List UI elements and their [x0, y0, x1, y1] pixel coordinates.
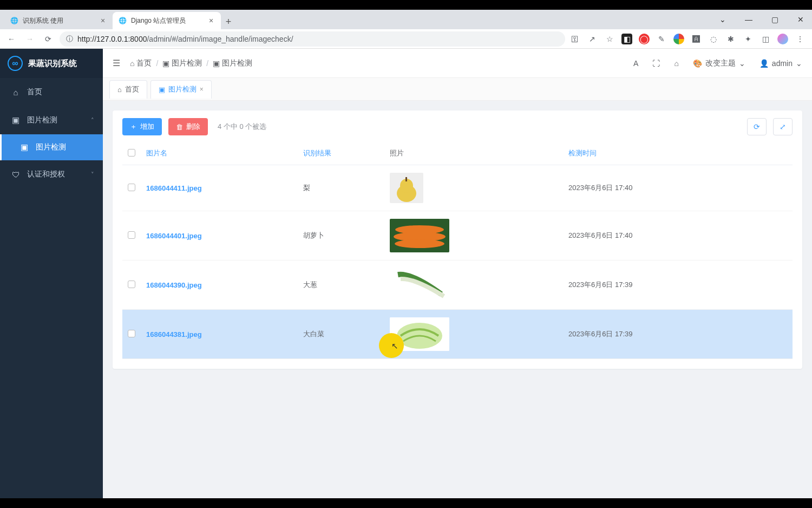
key-icon[interactable]: ⚿	[569, 34, 580, 44]
col-result[interactable]: 识别结果	[298, 142, 384, 165]
sidebar-item-label: 首页	[27, 87, 42, 97]
table-row[interactable]: 1686044390.jpeg 大葱 2023年6月6日 17:39	[122, 260, 793, 310]
result-cell: 梨	[298, 165, 384, 211]
minimize-icon[interactable]: —	[741, 15, 757, 24]
forward-button[interactable]: →	[23, 32, 37, 46]
breadcrumb-mid[interactable]: ▣图片检测	[162, 58, 202, 68]
chevron-down-icon: ˅	[91, 171, 94, 178]
camera-icon: ▣	[11, 115, 21, 125]
sidebar: ∞ 果蔬识别系统 ⌂ 首页 ▣ 图片检测 ˄ ▣ 图片检测 🛡 认证和授权 ˅	[0, 49, 103, 498]
refresh-button[interactable]: ⟳	[747, 118, 767, 135]
breadcrumb-home[interactable]: ⌂首页	[130, 58, 152, 68]
star-icon[interactable]: ☆	[604, 34, 615, 44]
refresh-icon: ⟳	[754, 122, 760, 131]
sidepanel-icon[interactable]: ◫	[760, 34, 771, 44]
extension-icon[interactable]: ◌	[708, 34, 719, 44]
row-checkbox[interactable]	[128, 330, 135, 337]
extensions-icon[interactable]: ✦	[743, 34, 754, 44]
extension-icon[interactable]: ✎	[656, 34, 667, 44]
back-button[interactable]: ←	[4, 32, 18, 46]
browser-toolbar: ← → ⟳ ⓘ http://127.0.0.1:8000/admin/#/ad…	[0, 29, 812, 49]
camera-icon: ▣	[162, 59, 169, 68]
brand-name: 果蔬识别系统	[28, 58, 77, 69]
pagetab-image-check[interactable]: ▣ 图片检测 ×	[150, 80, 212, 99]
select-all-checkbox[interactable]	[128, 149, 135, 157]
url-field[interactable]: ⓘ http://127.0.0.1:8000/admin/#/admin/im…	[60, 31, 565, 47]
extension-icon[interactable]: ✱	[725, 34, 736, 44]
image-name-link[interactable]: 1686044411.jpeg	[146, 184, 202, 192]
translate-icon[interactable]: 🅰	[691, 34, 702, 44]
topbar: ☰ ⌂首页 / ▣图片检测 / ▣图片检测 A ⛶ ⌂ 🎨 改变主题 ⌄	[103, 49, 812, 78]
avatar-icon[interactable]	[777, 34, 788, 44]
image-name-link[interactable]: 1686044401.jpeg	[146, 232, 202, 240]
home-button[interactable]: ⌂	[674, 59, 678, 68]
user-dropdown[interactable]: 👤 admin ⌄	[759, 59, 802, 68]
camera-icon: ▣	[213, 59, 220, 68]
globe-icon: 🌐	[118, 16, 127, 25]
expand-icon: ⤢	[780, 122, 786, 131]
menu-icon[interactable]: ⋮	[795, 34, 806, 44]
col-photo: 照片	[384, 142, 563, 165]
home-icon: ⌂	[11, 88, 21, 97]
svg-point-6	[395, 239, 444, 248]
data-table: 图片名 识别结果 照片 检测时间 1686044411.jpeg 梨	[122, 142, 793, 359]
hamburger-icon[interactable]: ☰	[113, 58, 120, 68]
home-icon: ⌂	[117, 86, 122, 94]
result-cell: 大葱	[298, 260, 384, 310]
browser-tab-1[interactable]: 🌐 识别系统 使用 ×	[4, 12, 113, 29]
col-name[interactable]: 图片名	[141, 142, 298, 165]
selection-info: 4 个中 0 个被选	[218, 122, 266, 132]
time-cell: 2023年6月6日 17:40	[563, 211, 793, 260]
plus-icon: ＋	[130, 122, 137, 132]
extension-icon[interactable]	[673, 34, 684, 44]
theme-dropdown[interactable]: 🎨 改变主题 ⌄	[693, 58, 745, 68]
thumbnail-scallion	[390, 268, 449, 302]
close-icon[interactable]: ×	[99, 16, 107, 25]
table-row[interactable]: 1686044401.jpeg 胡萝卜 2023年6月6日 17:40	[122, 211, 793, 260]
table-row[interactable]: 1686044411.jpeg 梨 2023年6月6日 17:40	[122, 165, 793, 211]
delete-button[interactable]: 🗑 删除	[168, 118, 208, 135]
image-name-link[interactable]: 1686044381.jpeg	[146, 330, 202, 338]
sidebar-item-image-check[interactable]: ▣ 图片检测	[0, 134, 103, 160]
breadcrumb-last[interactable]: ▣图片检测	[213, 58, 252, 68]
image-name-link[interactable]: 1686044390.jpeg	[146, 281, 202, 289]
url-text: http://127.0.0.1:8000/admin/#/admin/imag…	[77, 35, 293, 43]
sidebar-item-image-detect[interactable]: ▣ 图片检测 ˄	[0, 106, 103, 134]
chevron-down-icon[interactable]: ⌄	[715, 15, 731, 24]
time-cell: 2023年6月6日 17:39	[563, 260, 793, 310]
chevron-up-icon: ˄	[91, 117, 94, 124]
time-cell: 2023年6月6日 17:40	[563, 165, 793, 211]
font-size-button[interactable]: A	[633, 59, 638, 68]
col-time[interactable]: 检测时间	[563, 142, 793, 165]
pagetab-home[interactable]: ⌂ 首页	[109, 80, 147, 99]
thumbnail-pear	[390, 173, 423, 203]
row-checkbox[interactable]	[128, 231, 135, 239]
share-icon[interactable]: ↗	[587, 34, 598, 44]
tab-title: Django 站点管理员	[131, 16, 207, 25]
browser-tabbar: 🌐 识别系统 使用 × 🌐 Django 站点管理员 × + ⌄ — ▢ ✕	[0, 10, 812, 29]
reload-button[interactable]: ⟳	[41, 32, 55, 46]
info-icon: ⓘ	[66, 34, 73, 44]
chevron-down-icon: ⌄	[796, 59, 802, 68]
extension-icon[interactable]: ◧	[621, 34, 632, 44]
row-checkbox[interactable]	[128, 281, 135, 288]
result-cell: 大白菜	[298, 310, 384, 359]
fullscreen-button[interactable]: ⛶	[652, 59, 660, 68]
new-tab-button[interactable]: +	[221, 14, 236, 29]
table-row[interactable]: 1686044381.jpeg 大白菜 2023年6月6日 17:39	[122, 310, 793, 359]
browser-tab-2[interactable]: 🌐 Django 站点管理员 ×	[113, 12, 221, 29]
maximize-icon[interactable]: ▢	[767, 15, 783, 24]
close-icon[interactable]: ×	[200, 86, 204, 93]
chevron-down-icon: ⌄	[739, 59, 745, 68]
sidebar-item-auth[interactable]: 🛡 认证和授权 ˅	[0, 160, 103, 188]
close-window-icon[interactable]: ✕	[793, 15, 809, 24]
extension-icons: ⚿ ↗ ☆ ◧ ◯ ✎ 🅰 ◌ ✱ ✦ ◫ ⋮	[569, 34, 808, 44]
svg-rect-2	[405, 177, 407, 181]
add-button[interactable]: ＋ 增加	[122, 118, 162, 135]
extension-icon[interactable]: ◯	[639, 34, 650, 44]
sidebar-item-home[interactable]: ⌂ 首页	[0, 78, 103, 106]
tab-title: 识别系统 使用	[23, 16, 99, 25]
row-checkbox[interactable]	[128, 184, 135, 191]
expand-button[interactable]: ⤢	[773, 118, 793, 135]
close-icon[interactable]: ×	[207, 16, 215, 25]
